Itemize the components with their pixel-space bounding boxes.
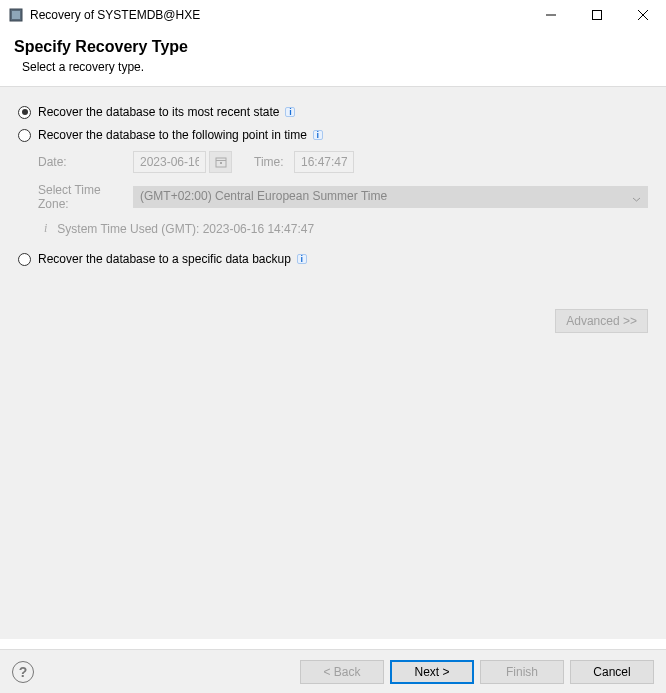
- option-pit-label: Recover the database to the following po…: [38, 128, 307, 142]
- radio-recent[interactable]: [18, 106, 31, 119]
- cancel-button[interactable]: Cancel: [570, 660, 654, 684]
- system-time-text: System Time Used (GMT): 2023-06-16 14:47…: [57, 222, 314, 236]
- svg-rect-8: [220, 162, 222, 164]
- titlebar: Recovery of SYSTEMDB@HXE: [0, 0, 666, 30]
- option-point-in-time[interactable]: Recover the database to the following po…: [18, 128, 648, 142]
- next-button[interactable]: Next >: [390, 660, 474, 684]
- radio-backup[interactable]: [18, 253, 31, 266]
- advanced-button[interactable]: Advanced >>: [555, 309, 648, 333]
- time-label: Time:: [254, 155, 294, 169]
- svg-rect-3: [593, 11, 602, 20]
- wizard-content: Recover the database to its most recent …: [0, 87, 666, 639]
- svg-rect-1: [12, 11, 20, 19]
- option-specific-backup[interactable]: Recover the database to a specific data …: [18, 252, 648, 266]
- time-field: [294, 151, 354, 173]
- finish-button: Finish: [480, 660, 564, 684]
- help-icon[interactable]: ?: [12, 661, 34, 683]
- date-picker-button: [209, 151, 232, 173]
- radio-pit[interactable]: [18, 129, 31, 142]
- pit-details: Date: Time: Select Time Zone: (GMT+02:00…: [38, 151, 648, 236]
- minimize-button[interactable]: [528, 0, 574, 30]
- info-icon[interactable]: i: [297, 254, 307, 264]
- wizard-header: Specify Recovery Type Select a recovery …: [0, 30, 666, 87]
- page-title: Specify Recovery Type: [14, 38, 652, 56]
- maximize-button[interactable]: [574, 0, 620, 30]
- wizard-footer: ? < Back Next > Finish Cancel: [0, 649, 666, 693]
- timezone-value: (GMT+02:00) Central European Summer Time: [140, 189, 387, 203]
- window-controls: [528, 0, 666, 30]
- info-icon[interactable]: i: [285, 107, 295, 117]
- option-recent-label: Recover the database to its most recent …: [38, 105, 279, 119]
- close-button[interactable]: [620, 0, 666, 30]
- option-recent-state[interactable]: Recover the database to its most recent …: [18, 105, 648, 119]
- page-subtitle: Select a recovery type.: [22, 60, 652, 74]
- timezone-label: Select Time Zone:: [38, 183, 133, 211]
- info-glyph-icon: i: [44, 221, 47, 236]
- option-backup-label: Recover the database to a specific data …: [38, 252, 291, 266]
- date-field: [133, 151, 206, 173]
- chevron-down-icon: [632, 193, 641, 207]
- date-label: Date:: [38, 155, 133, 169]
- info-icon[interactable]: i: [313, 130, 323, 140]
- window-title: Recovery of SYSTEMDB@HXE: [30, 8, 200, 22]
- back-button: < Back: [300, 660, 384, 684]
- timezone-select: (GMT+02:00) Central European Summer Time: [133, 186, 648, 208]
- app-icon: [8, 7, 24, 23]
